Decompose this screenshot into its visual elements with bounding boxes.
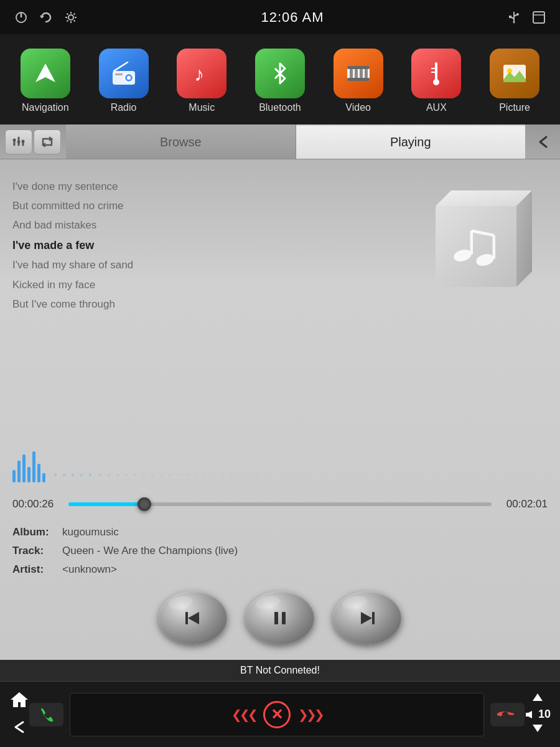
- svg-line-10: [67, 20, 68, 21]
- wave-dot: [186, 474, 189, 476]
- wave-dot: [221, 474, 223, 476]
- wave-bar: [17, 461, 21, 482]
- volume-down-button[interactable]: [531, 723, 544, 736]
- lyrics: I've done my sentence But committed no c…: [12, 172, 398, 433]
- status-bar: 12:06 AM: [0, 0, 560, 34]
- bottom-status: BT Not Conneted! ❮❮❮ ✕ ❯❯: [0, 660, 560, 747]
- svg-text:♪: ♪: [194, 63, 204, 85]
- svg-marker-60: [526, 713, 528, 716]
- music-icon: ♪: [177, 49, 226, 98]
- tab-controls: [0, 129, 66, 154]
- lyric-line-7: But I've come through: [12, 296, 398, 312]
- radio-label: Radio: [111, 102, 137, 113]
- picture-icon: [490, 49, 539, 98]
- player-section: Browse Playing I've done my sentence But…: [0, 125, 560, 660]
- svg-point-43: [22, 139, 25, 143]
- wave-dot: [160, 474, 162, 476]
- aux-label: AUX: [426, 102, 447, 113]
- track-row: Track: Queen - We Are the Champions (liv…: [12, 545, 548, 557]
- home-button[interactable]: [9, 690, 29, 713]
- svg-marker-58: [11, 692, 28, 707]
- pause-button[interactable]: [246, 591, 314, 644]
- svg-rect-52: [185, 612, 188, 624]
- wave-dot: [247, 474, 250, 476]
- svg-marker-61: [528, 711, 532, 718]
- track-value: Queen - We Are the Champions (live): [62, 545, 238, 557]
- app-radio[interactable]: Radio: [90, 49, 158, 113]
- lyric-line-4: I've made a few: [12, 237, 398, 255]
- wave-dot: [89, 474, 91, 476]
- wave-dot: [63, 474, 65, 476]
- app-bluetooth[interactable]: Bluetooth: [246, 49, 314, 113]
- app-picture[interactable]: Picture: [480, 49, 549, 113]
- progress-track[interactable]: [68, 502, 492, 506]
- media-rewind-icon: ❮❮❮: [231, 707, 256, 722]
- prev-button[interactable]: [159, 591, 227, 644]
- bottom-controls: ❮❮❮ ✕ ❯❯❯ 10: [0, 682, 560, 747]
- svg-marker-45: [436, 190, 532, 206]
- wave-bar: [37, 464, 40, 482]
- app-navigation[interactable]: Navigation: [11, 49, 80, 113]
- svg-marker-59: [533, 693, 543, 701]
- wave-dot: [151, 474, 154, 476]
- tab-browse[interactable]: Browse: [66, 125, 296, 159]
- time-current: 00:00:26: [12, 498, 59, 510]
- power-icon[interactable]: [12, 9, 30, 26]
- music-label: Music: [189, 102, 215, 113]
- brightness-icon[interactable]: [62, 9, 80, 26]
- wave-dot: [134, 474, 136, 476]
- media-forward-icon: ❯❯❯: [298, 707, 322, 722]
- lyric-line-2: But committed no crime: [12, 197, 398, 214]
- tab-playing[interactable]: Playing: [296, 125, 526, 159]
- lyric-line-6: Kicked in my face: [12, 276, 398, 293]
- svg-rect-57: [372, 612, 375, 624]
- artist-value: <unknown>: [62, 563, 117, 576]
- wave-bar: [27, 467, 30, 482]
- answer-call-button[interactable]: [29, 703, 63, 726]
- end-call-button[interactable]: [490, 703, 525, 726]
- svg-marker-46: [516, 190, 532, 287]
- app-music[interactable]: ♪ Music: [167, 49, 236, 113]
- wave-dot: [80, 474, 83, 476]
- svg-marker-53: [188, 612, 199, 624]
- svg-point-2: [68, 15, 73, 20]
- wave-dot: [99, 474, 101, 476]
- wave-dot: [108, 474, 110, 476]
- svg-rect-44: [436, 206, 516, 287]
- svg-rect-26: [347, 66, 370, 69]
- app-video[interactable]: Video: [324, 49, 393, 113]
- volume-label: 10: [525, 708, 551, 721]
- back-button[interactable]: [525, 133, 560, 151]
- back-nav-button[interactable]: [11, 718, 28, 739]
- refresh-icon[interactable]: [37, 9, 55, 26]
- album-value: kugoumusic: [62, 526, 119, 538]
- waveform: [12, 445, 548, 482]
- svg-rect-28: [350, 69, 353, 78]
- video-icon: [334, 49, 383, 98]
- nav-buttons: [9, 690, 29, 739]
- lyric-line-1: I've done my sentence: [12, 178, 398, 195]
- wave-bar: [22, 454, 26, 482]
- svg-point-21: [127, 76, 131, 80]
- status-time: 12:06 AM: [261, 9, 324, 26]
- equalizer-button[interactable]: [5, 129, 32, 154]
- app-bar: Navigation Radio ♪ Music Bl: [0, 34, 560, 125]
- svg-rect-27: [347, 78, 370, 81]
- progress-area: 00:00:26 00:02:01: [0, 489, 560, 520]
- waveform-area: [0, 439, 560, 489]
- next-button[interactable]: [333, 591, 401, 644]
- media-display: ❮❮❮ ✕ ❯❯❯: [70, 693, 484, 736]
- album-row: Album: kugoumusic: [12, 526, 548, 538]
- svg-rect-54: [274, 612, 278, 624]
- wave-dot: [125, 474, 128, 476]
- wave-dot: [212, 474, 215, 476]
- progress-thumb[interactable]: [138, 497, 151, 511]
- volume-up-button[interactable]: [531, 692, 544, 705]
- wave-dot: [177, 474, 180, 476]
- media-stop-button[interactable]: ✕: [263, 701, 291, 728]
- lyric-line-3: And bad mistakes: [12, 217, 398, 233]
- svg-line-8: [74, 20, 75, 21]
- repeat-button[interactable]: [34, 129, 61, 154]
- app-aux[interactable]: AUX: [402, 49, 470, 113]
- artist-row: Artist: <unknown>: [12, 563, 548, 576]
